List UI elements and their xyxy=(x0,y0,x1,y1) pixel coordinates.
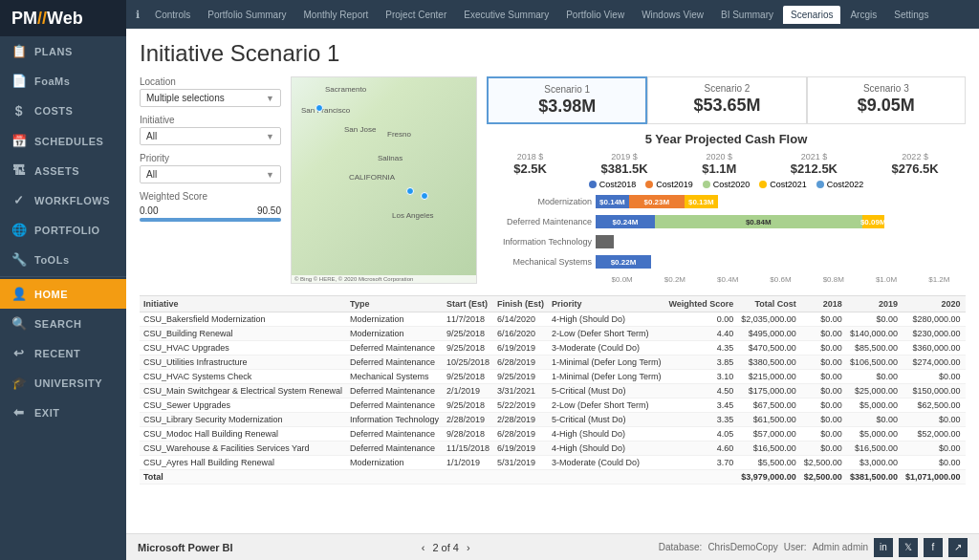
table-cell: Modernization xyxy=(346,312,443,327)
sidebar-item-home[interactable]: 👤 HOME xyxy=(0,279,126,309)
tab-controls[interactable]: Controls xyxy=(147,6,198,24)
sidebar-item-schedules[interactable]: 📅 SCHEDULES xyxy=(0,126,126,156)
tab-project-center[interactable]: Project Center xyxy=(378,6,454,24)
share-icon[interactable]: ↗ xyxy=(948,538,968,557)
map-label-california: CALIFORNIA xyxy=(349,173,395,182)
location-select[interactable]: Multiple selections ▼ xyxy=(140,89,281,107)
table-cell: CSU_HVAC Systems Check xyxy=(140,370,346,384)
table-cell: $5,000.00 xyxy=(846,398,902,413)
table-total-cell: $381,500.00 xyxy=(846,470,902,485)
bar-area-it xyxy=(596,233,966,250)
next-page-icon[interactable]: › xyxy=(467,542,470,553)
table-total-row: Total$3,979,000.00$2,500.00$381,500.00$1… xyxy=(140,470,966,485)
sidebar-item-assets[interactable]: 🏗 ASSETS xyxy=(0,156,126,185)
bar-seg-def-2022: $0.09M xyxy=(862,215,884,228)
table-cell: $2,500.00 xyxy=(800,456,846,470)
weighted-score-label: Weighted Score xyxy=(140,191,281,202)
weighted-score-filter: Weighted Score 0.00 90.50 xyxy=(140,191,281,222)
table-cell: $0.00 xyxy=(800,327,846,341)
table-cell: $0.00 xyxy=(965,312,967,327)
table-total-cell: $3,979,000.00 xyxy=(737,470,800,485)
legend-cost2020: Cost2020 xyxy=(703,180,751,189)
linkedin-icon[interactable]: in xyxy=(874,538,893,557)
table-cell: Deferred Maintenance xyxy=(346,427,443,442)
sidebar-item-recent[interactable]: ↩ RECENT xyxy=(0,338,126,368)
tab-portfolio-view[interactable]: Portfolio View xyxy=(558,6,632,24)
chevron-down-icon: ▼ xyxy=(266,94,274,103)
prev-page-icon[interactable]: ‹ xyxy=(422,542,425,553)
content-inner: Initiative Scenario 1 Location Multiple … xyxy=(126,29,979,533)
tab-windows-view[interactable]: Windows View xyxy=(634,6,711,24)
table-cell: 9/28/2018 xyxy=(443,427,493,442)
table-total-cell xyxy=(346,470,443,485)
legend-cost2022: Cost2022 xyxy=(816,180,864,189)
sidebar-item-forms[interactable]: 📄 FoaMs xyxy=(0,66,126,96)
table-cell: 4.05 xyxy=(664,427,737,442)
table-cell: 4.40 xyxy=(664,327,737,341)
scenario-card-1[interactable]: Scenario 1 $3.98M xyxy=(487,76,647,124)
tab-bi-summary[interactable]: BI Summary xyxy=(713,6,781,24)
tab-portfolio-summary[interactable]: Portfolio Summary xyxy=(200,6,294,24)
table-cell: 4.35 xyxy=(664,341,737,355)
col-2021: 2021 xyxy=(965,296,967,312)
table-cell: $0.00 xyxy=(800,398,846,413)
col-2020: 2020 xyxy=(902,296,965,312)
table-row: CSU_HVAC UpgradesDeferred Maintenance9/2… xyxy=(140,341,966,355)
table-cell: 3.85 xyxy=(664,355,737,370)
sidebar-item-plans[interactable]: 📋 PLANS xyxy=(0,36,126,66)
pagination: ‹ 2 of 4 › xyxy=(422,542,470,553)
university-icon: 🎓 xyxy=(11,376,27,390)
table-cell: $0.00 xyxy=(902,413,965,427)
table-row: CSU_Bakersfield ModernizationModernizati… xyxy=(140,312,966,327)
initiative-select[interactable]: All ▼ xyxy=(140,127,281,145)
table-cell: 6/28/2019 xyxy=(493,355,548,370)
main-area: ℹ Controls Portfolio Summary Monthly Rep… xyxy=(126,0,979,560)
map-dot-la2 xyxy=(421,192,428,200)
table-cell: $0.00 xyxy=(902,370,965,384)
tab-monthly-report[interactable]: Monthly Report xyxy=(296,6,377,24)
facebook-icon[interactable]: f xyxy=(924,538,943,557)
table-cell: 3-Moderate (Could Do) xyxy=(548,341,664,355)
table-cell: $230,000.00 xyxy=(902,327,965,341)
cash-flow-years: 2018 $ $2.5K 2019 $ $381.5K 2020 $ $1.1M xyxy=(487,152,966,176)
nav-info-icon[interactable]: ℹ xyxy=(130,5,145,25)
axis-06: $0.6M xyxy=(754,275,807,284)
scenario-card-3[interactable]: Scenario 3 $9.05M xyxy=(807,76,966,124)
table-cell: 2/28/2019 xyxy=(443,413,493,427)
priority-select[interactable]: All ▼ xyxy=(140,165,281,183)
table-row: CSU_Utilities InfrastructureDeferred Mai… xyxy=(140,355,966,370)
score-slider[interactable] xyxy=(140,218,281,222)
table-cell: $16,500.00 xyxy=(737,442,800,456)
sidebar-item-university[interactable]: 🎓 UNIVERSITY xyxy=(0,368,126,398)
table-row: CSU_Main Switchgear & Electrical System … xyxy=(140,384,966,398)
table-cell: Information Technology xyxy=(346,413,443,427)
tab-arcgis[interactable]: Arcgis xyxy=(842,6,884,24)
sidebar-item-search[interactable]: 🔍 SEARCH xyxy=(0,309,126,338)
sidebar-item-portfolio[interactable]: 🌐 PORTFOLIO xyxy=(0,215,126,245)
sidebar-item-workflows[interactable]: ✓ WORKFLOWS xyxy=(0,185,126,215)
plans-icon: 📋 xyxy=(11,44,27,58)
col-start: Start (Est) xyxy=(443,296,493,312)
scenario-1-value: $3.98M xyxy=(498,97,636,117)
sidebar-item-exit[interactable]: ⬅ EXIT xyxy=(0,398,126,427)
sidebar-item-tools[interactable]: 🔧 ToOLs xyxy=(0,245,126,274)
table-cell: $0.00 xyxy=(965,327,967,341)
scenario-3-value: $9.05M xyxy=(817,96,955,116)
sidebar-item-costs[interactable]: $ COSTS xyxy=(0,96,126,126)
tab-scenarios[interactable]: Scenarios xyxy=(783,6,840,24)
table-cell: $0.00 xyxy=(846,413,902,427)
map-label-sacramento: Sacramento xyxy=(325,85,366,94)
table-row: CSU_Modoc Hall Building RenewalDeferred … xyxy=(140,427,966,442)
table-cell: $85,500.00 xyxy=(846,341,902,355)
table-cell: CSU_HVAC Upgrades xyxy=(140,341,346,355)
bar-label-modernization: Modernization xyxy=(487,197,592,206)
twitter-icon[interactable]: 𝕏 xyxy=(899,538,918,557)
tab-executive-summary[interactable]: Executive Summary xyxy=(456,6,556,24)
bar-seg-mod-2018: $0.14M xyxy=(596,195,629,208)
scenario-card-2[interactable]: Scenario 2 $53.65M xyxy=(647,76,806,124)
col-initiative: Initiative xyxy=(140,296,346,312)
table-cell: $0.00 xyxy=(965,355,967,370)
tab-settings[interactable]: Settings xyxy=(886,6,936,24)
page-title: Initiative Scenario 1 xyxy=(140,40,966,67)
table-cell: Deferred Maintenance xyxy=(346,384,443,398)
